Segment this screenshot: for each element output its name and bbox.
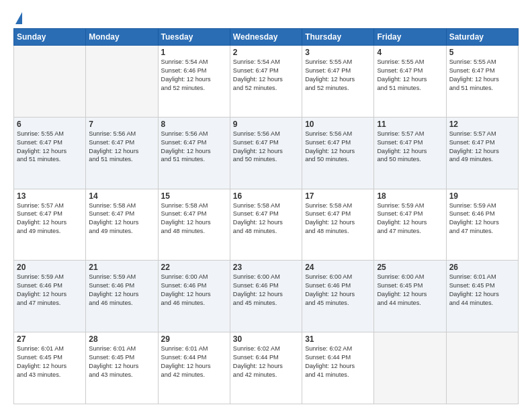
- calendar-cell: 18Sunrise: 5:59 AM Sunset: 6:47 PM Dayli…: [374, 189, 446, 261]
- logo: [13, 11, 22, 24]
- day-number: 3: [305, 48, 371, 57]
- weekday-header-wednesday: Wednesday: [230, 29, 302, 46]
- calendar-cell: 23Sunrise: 6:00 AM Sunset: 6:46 PM Dayli…: [230, 261, 302, 332]
- calendar-cell: 15Sunrise: 5:58 AM Sunset: 6:47 PM Dayli…: [158, 189, 230, 261]
- day-info: Sunrise: 6:01 AM Sunset: 6:45 PM Dayligh…: [17, 345, 83, 379]
- day-number: 8: [161, 120, 227, 129]
- calendar-cell: 9Sunrise: 5:56 AM Sunset: 6:47 PM Daylig…: [230, 117, 302, 189]
- day-number: 16: [233, 191, 299, 201]
- day-info: Sunrise: 5:55 AM Sunset: 6:47 PM Dayligh…: [305, 58, 371, 93]
- day-number: 29: [161, 334, 227, 344]
- week-row-2: 6Sunrise: 5:55 AM Sunset: 6:47 PM Daylig…: [14, 117, 519, 189]
- day-number: 14: [89, 191, 154, 201]
- day-info: Sunrise: 5:58 AM Sunset: 6:47 PM Dayligh…: [233, 201, 299, 236]
- week-row-3: 13Sunrise: 5:57 AM Sunset: 6:47 PM Dayli…: [14, 189, 519, 261]
- day-info: Sunrise: 5:56 AM Sunset: 6:47 PM Dayligh…: [233, 130, 299, 165]
- day-number: 10: [305, 120, 371, 129]
- day-number: 12: [449, 120, 515, 129]
- day-number: 21: [89, 263, 154, 272]
- day-info: Sunrise: 6:00 AM Sunset: 6:46 PM Dayligh…: [233, 273, 299, 308]
- day-info: Sunrise: 5:57 AM Sunset: 6:47 PM Dayligh…: [17, 201, 83, 236]
- calendar-cell: 31Sunrise: 6:02 AM Sunset: 6:44 PM Dayli…: [302, 332, 374, 404]
- calendar-cell: 25Sunrise: 6:00 AM Sunset: 6:45 PM Dayli…: [374, 261, 446, 332]
- day-number: 15: [161, 191, 227, 201]
- calendar-cell: 28Sunrise: 6:01 AM Sunset: 6:45 PM Dayli…: [86, 332, 158, 404]
- calendar-cell: [374, 332, 446, 404]
- day-info: Sunrise: 6:02 AM Sunset: 6:44 PM Dayligh…: [305, 345, 371, 379]
- day-info: Sunrise: 5:55 AM Sunset: 6:47 PM Dayligh…: [17, 130, 83, 165]
- day-number: 9: [233, 120, 299, 129]
- calendar-cell: 7Sunrise: 5:56 AM Sunset: 6:47 PM Daylig…: [86, 117, 158, 189]
- day-number: 13: [17, 191, 83, 201]
- calendar-cell: 2Sunrise: 5:54 AM Sunset: 6:47 PM Daylig…: [230, 46, 302, 118]
- day-number: 2: [233, 48, 299, 57]
- day-info: Sunrise: 5:56 AM Sunset: 6:47 PM Dayligh…: [305, 130, 371, 165]
- calendar-cell: 4Sunrise: 5:55 AM Sunset: 6:47 PM Daylig…: [374, 46, 446, 118]
- calendar-cell: 17Sunrise: 5:58 AM Sunset: 6:47 PM Dayli…: [302, 189, 374, 261]
- day-info: Sunrise: 5:54 AM Sunset: 6:46 PM Dayligh…: [161, 58, 227, 93]
- day-info: Sunrise: 6:01 AM Sunset: 6:44 PM Dayligh…: [161, 345, 227, 379]
- day-info: Sunrise: 5:57 AM Sunset: 6:47 PM Dayligh…: [377, 130, 443, 165]
- day-info: Sunrise: 5:54 AM Sunset: 6:47 PM Dayligh…: [233, 58, 299, 93]
- calendar-cell: 30Sunrise: 6:02 AM Sunset: 6:44 PM Dayli…: [230, 332, 302, 404]
- calendar-cell: 13Sunrise: 5:57 AM Sunset: 6:47 PM Dayli…: [14, 189, 86, 261]
- page: SundayMondayTuesdayWednesdayThursdayFrid…: [0, 0, 532, 411]
- day-number: 31: [305, 334, 371, 344]
- calendar-cell: 24Sunrise: 6:00 AM Sunset: 6:46 PM Dayli…: [302, 261, 374, 332]
- calendar-cell: 27Sunrise: 6:01 AM Sunset: 6:45 PM Dayli…: [14, 332, 86, 404]
- day-info: Sunrise: 5:57 AM Sunset: 6:47 PM Dayligh…: [449, 130, 515, 165]
- day-number: 11: [377, 120, 443, 129]
- calendar-cell: [86, 46, 158, 118]
- logo-triangle-icon: [15, 12, 22, 24]
- day-info: Sunrise: 5:59 AM Sunset: 6:47 PM Dayligh…: [377, 201, 443, 236]
- day-number: 18: [377, 191, 443, 201]
- weekday-header-sunday: Sunday: [14, 29, 86, 46]
- day-number: 19: [449, 191, 515, 201]
- calendar-cell: 21Sunrise: 5:59 AM Sunset: 6:46 PM Dayli…: [86, 261, 158, 332]
- day-info: Sunrise: 5:58 AM Sunset: 6:47 PM Dayligh…: [305, 201, 371, 236]
- day-info: Sunrise: 5:58 AM Sunset: 6:47 PM Dayligh…: [89, 201, 154, 236]
- calendar-cell: 1Sunrise: 5:54 AM Sunset: 6:46 PM Daylig…: [158, 46, 230, 118]
- weekday-header-saturday: Saturday: [446, 29, 518, 46]
- day-number: 25: [377, 263, 443, 272]
- week-row-4: 20Sunrise: 5:59 AM Sunset: 6:46 PM Dayli…: [14, 261, 519, 332]
- day-number: 23: [233, 263, 299, 272]
- calendar-cell: 26Sunrise: 6:01 AM Sunset: 6:45 PM Dayli…: [446, 261, 518, 332]
- day-number: 24: [305, 263, 371, 272]
- day-info: Sunrise: 6:00 AM Sunset: 6:45 PM Dayligh…: [377, 273, 443, 308]
- day-info: Sunrise: 5:58 AM Sunset: 6:47 PM Dayligh…: [161, 201, 227, 236]
- calendar-cell: 8Sunrise: 5:56 AM Sunset: 6:47 PM Daylig…: [158, 117, 230, 189]
- day-info: Sunrise: 6:01 AM Sunset: 6:45 PM Dayligh…: [449, 273, 515, 308]
- day-number: 26: [449, 263, 515, 272]
- day-info: Sunrise: 6:01 AM Sunset: 6:45 PM Dayligh…: [89, 345, 154, 379]
- day-info: Sunrise: 6:00 AM Sunset: 6:46 PM Dayligh…: [161, 273, 227, 308]
- day-number: 7: [89, 120, 154, 129]
- calendar-cell: 29Sunrise: 6:01 AM Sunset: 6:44 PM Dayli…: [158, 332, 230, 404]
- calendar-cell: 22Sunrise: 6:00 AM Sunset: 6:46 PM Dayli…: [158, 261, 230, 332]
- day-number: 20: [17, 263, 83, 272]
- calendar-cell: 3Sunrise: 5:55 AM Sunset: 6:47 PM Daylig…: [302, 46, 374, 118]
- weekday-header-thursday: Thursday: [302, 29, 374, 46]
- calendar-cell: 16Sunrise: 5:58 AM Sunset: 6:47 PM Dayli…: [230, 189, 302, 261]
- calendar-cell: [14, 46, 86, 118]
- day-number: 22: [161, 263, 227, 272]
- weekday-header-row: SundayMondayTuesdayWednesdayThursdayFrid…: [14, 29, 519, 46]
- day-info: Sunrise: 6:02 AM Sunset: 6:44 PM Dayligh…: [233, 345, 299, 379]
- day-number: 5: [449, 48, 515, 57]
- calendar-cell: [446, 332, 518, 404]
- week-row-5: 27Sunrise: 6:01 AM Sunset: 6:45 PM Dayli…: [14, 332, 519, 404]
- day-info: Sunrise: 5:59 AM Sunset: 6:46 PM Dayligh…: [17, 273, 83, 308]
- day-info: Sunrise: 5:55 AM Sunset: 6:47 PM Dayligh…: [449, 58, 515, 93]
- day-number: 6: [17, 120, 83, 129]
- calendar-cell: 6Sunrise: 5:55 AM Sunset: 6:47 PM Daylig…: [14, 117, 86, 189]
- week-row-1: 1Sunrise: 5:54 AM Sunset: 6:46 PM Daylig…: [14, 46, 519, 118]
- day-info: Sunrise: 5:59 AM Sunset: 6:46 PM Dayligh…: [89, 273, 154, 308]
- weekday-header-friday: Friday: [374, 29, 446, 46]
- day-number: 17: [305, 191, 371, 201]
- day-info: Sunrise: 5:56 AM Sunset: 6:47 PM Dayligh…: [89, 130, 154, 165]
- day-info: Sunrise: 5:55 AM Sunset: 6:47 PM Dayligh…: [377, 58, 443, 93]
- day-number: 1: [161, 48, 227, 57]
- day-number: 4: [377, 48, 443, 57]
- header: [13, 11, 519, 24]
- weekday-header-tuesday: Tuesday: [158, 29, 230, 46]
